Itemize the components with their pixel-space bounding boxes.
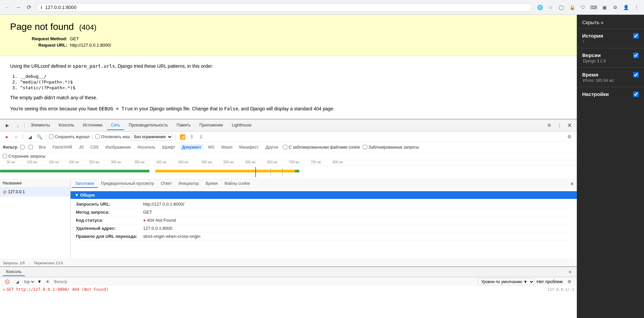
browser-actions: 🌐 ☆ ◯ 🔒 🛡 ⌨ ▣ ⚙ 👤 ⋮	[535, 3, 641, 12]
wifi-button[interactable]: 📶	[178, 133, 186, 141]
rd-tab-response[interactable]: Ответ	[157, 180, 175, 188]
blocked-requests-checkbox[interactable]	[363, 145, 367, 149]
invert-label[interactable]	[20, 145, 26, 149]
timeline-green-bar	[0, 170, 149, 172]
requests-header: Название	[0, 179, 70, 187]
save-log-checkbox[interactable]	[49, 135, 53, 139]
history-button[interactable]: ◯	[557, 3, 566, 12]
console-eye-button[interactable]: 👁	[44, 279, 52, 285]
toolbar-time-checkbox[interactable]	[633, 72, 639, 77]
console-level-select[interactable]: Уровни по умолчанию ▼	[478, 278, 534, 285]
translate-button[interactable]: 🌐	[535, 3, 545, 12]
console-top-select[interactable]: top	[23, 279, 35, 284]
filter-label: Фильтр	[3, 145, 17, 150]
console-close-button[interactable]: ✕	[566, 268, 574, 276]
tab-console[interactable]: Консоль	[55, 121, 78, 130]
back-button[interactable]: ←	[3, 3, 12, 12]
rd-tab-headers[interactable]: Заголовки	[72, 180, 98, 188]
console-tab[interactable]: Консоль	[3, 268, 25, 276]
toolbar-settings-checkbox[interactable]	[633, 92, 639, 97]
filter-wasm[interactable]: Wasm	[219, 144, 234, 150]
filter-css[interactable]: CSS	[88, 144, 101, 150]
console-filter-input[interactable]	[54, 279, 476, 284]
rd-tab-initiator[interactable]: Инициатор	[175, 180, 202, 188]
filter-other[interactable]: Другое	[263, 144, 280, 150]
inspect-element-button[interactable]: ▶	[3, 121, 12, 130]
clear-button[interactable]: ○	[12, 133, 20, 141]
rd-tab-timing[interactable]: Время	[202, 180, 221, 188]
disable-cache-checkbox[interactable]	[95, 135, 100, 139]
password-button[interactable]: 🔒	[567, 3, 577, 12]
filter-image[interactable]: Изображение	[103, 144, 133, 150]
menu-button[interactable]: ⋮	[632, 3, 641, 12]
console-filter-icon-button[interactable]: ◢	[14, 279, 21, 285]
network-settings-button[interactable]: ⚙	[565, 132, 574, 142]
hide-url-label[interactable]	[29, 145, 34, 149]
third-party-checkbox[interactable]	[3, 154, 7, 158]
devtools-status: Запросы: 1/6 | Перенесено 13.6	[0, 259, 577, 266]
bookmark-button[interactable]: ☆	[546, 3, 555, 12]
error-meta-row: Request URL: http://127.0.0.1:8000/	[24, 43, 567, 48]
tab-network[interactable]: Сеть	[107, 121, 124, 130]
request-item[interactable]: ⊘ 127.0.0.1	[0, 187, 70, 197]
error-page: Page not found (404) Request Method: GET…	[0, 15, 577, 56]
debug-toolbar: Скрыть » История / Версии Django 3.2.8 В…	[577, 15, 644, 318]
filter-fetch-xhr[interactable]: Fetch/XHR	[50, 144, 74, 150]
extension-button[interactable]: ⌨	[589, 3, 598, 12]
reload-button[interactable]: ⟳	[24, 3, 34, 12]
toolbar-versions-checkbox[interactable]	[633, 53, 639, 58]
tab-memory[interactable]: Память	[173, 121, 195, 130]
disable-cache-label[interactable]: Отключить кеш	[95, 135, 130, 139]
devtools-close-button[interactable]: ✕	[565, 121, 574, 130]
filter-js[interactable]: JS	[77, 144, 86, 150]
rd-tab-cookies[interactable]: Файлы cookie	[221, 180, 253, 188]
error-body: Using the URLconf defined in spare_part.…	[0, 56, 577, 119]
blocked-cookies-label[interactable]: С заблокированными файлами cookie	[283, 145, 360, 150]
filter-font[interactable]: Шрифт	[160, 144, 177, 150]
timeline-gray-line	[270, 168, 271, 176]
address-bar[interactable]: ℹ 127.0.0.1:8000	[36, 3, 532, 12]
tab-application[interactable]: Приложение	[196, 121, 227, 130]
third-party-label[interactable]: Сторонние запросы	[3, 154, 46, 159]
download-button[interactable]: ⇩	[197, 133, 205, 141]
console-panel: Консоль ✕ 🚫 ◢ top ▼ 👁 Уровни по умолчани…	[0, 266, 577, 297]
throttle-select[interactable]: Без ограничения	[131, 133, 173, 141]
filter-all[interactable]: Все	[37, 144, 48, 150]
filter-button[interactable]: ◢	[26, 133, 34, 141]
device-mode-button[interactable]: ◞	[13, 121, 22, 130]
filter-doc[interactable]: Документ	[180, 144, 203, 150]
search-button[interactable]: 🔍	[35, 133, 43, 141]
general-section-title[interactable]: ▼ Общие	[71, 191, 577, 199]
puzzle-button[interactable]: ▣	[600, 3, 609, 12]
profile-button[interactable]: 👤	[621, 3, 631, 12]
toolbar-history-checkbox[interactable]	[633, 33, 639, 39]
main-area: Page not found (404) Request Method: GET…	[0, 15, 644, 318]
forward-button[interactable]: →	[13, 3, 23, 12]
filter-ws[interactable]: WS	[206, 144, 216, 150]
devtools: ▶ ◞ Элементы Консоль Источники Сеть Прои…	[0, 119, 577, 266]
filter-media[interactable]: Носитель	[135, 144, 157, 150]
save-log-label[interactable]: Сохранять журнал	[49, 135, 90, 139]
devtools-tab-bar: ▶ ◞ Элементы Консоль Источники Сеть Прои…	[0, 119, 577, 131]
console-settings-button[interactable]: ⚙	[565, 277, 574, 286]
settings-button[interactable]: ⚙	[610, 3, 620, 12]
filter-manifest[interactable]: Манифест	[237, 144, 261, 150]
invert-checkbox[interactable]	[20, 145, 25, 149]
tab-lighthouse[interactable]: Lighthouse	[228, 121, 256, 130]
toolbar-hide-button[interactable]: Скрыть »	[577, 17, 644, 27]
blocked-requests-label[interactable]: Заблокированные запросы	[363, 145, 419, 150]
upload-button[interactable]: ⇧	[188, 133, 196, 141]
console-clear-button[interactable]: 🚫	[3, 279, 12, 285]
devtools-settings-button[interactable]: ⚙	[545, 121, 554, 130]
tab-elements[interactable]: Элементы	[27, 121, 54, 130]
hide-url-checkbox[interactable]	[29, 145, 33, 149]
record-button[interactable]: ●	[3, 133, 11, 141]
requests-sidebar: Название ⊘ 127.0.0.1	[0, 179, 71, 259]
blocked-cookies-checkbox[interactable]	[283, 145, 287, 149]
shield-button[interactable]: 🛡	[578, 3, 588, 12]
tab-performance[interactable]: Производительность	[125, 121, 172, 130]
rd-tab-preview[interactable]: Предварительный просмотр	[98, 180, 158, 188]
devtools-more-button[interactable]: ⋮	[555, 121, 564, 130]
tab-sources[interactable]: Источники	[79, 121, 106, 130]
rd-close-button[interactable]: ✕	[570, 181, 574, 187]
